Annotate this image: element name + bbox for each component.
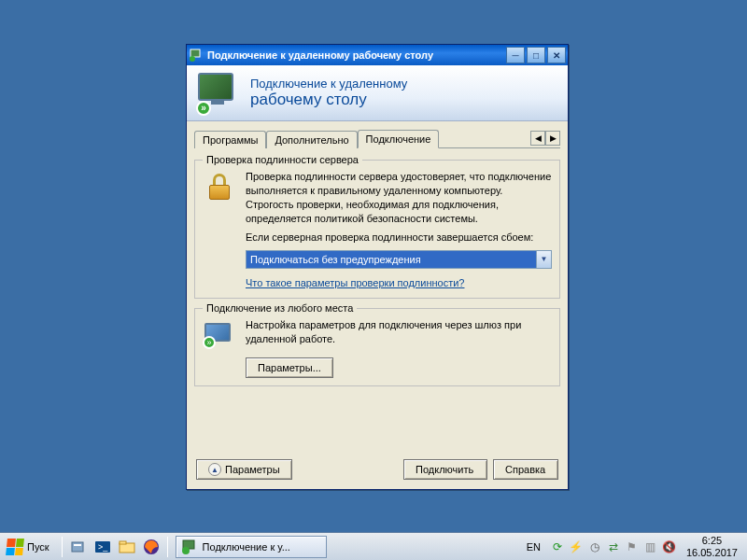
gateway-settings-button[interactable]: Параметры... bbox=[246, 357, 333, 378]
tray-flag-icon[interactable]: ⚑ bbox=[625, 539, 640, 554]
system-tray: EN ⟳ ⚡ ◷ ⇄ ⚑ ▥ 🔇 6:25 16.05.2017 bbox=[523, 535, 745, 557]
tab-advanced[interactable]: Дополнительно bbox=[266, 131, 357, 148]
banner-line2: рабочему столу bbox=[250, 91, 407, 109]
tray-clock-icon[interactable]: ◷ bbox=[587, 539, 602, 554]
tray-volume-icon[interactable]: 🔇 bbox=[662, 539, 677, 554]
rdp-icon: » bbox=[198, 73, 239, 114]
tab-scroll-right[interactable]: ▶ bbox=[545, 131, 560, 146]
tray-warning-icon[interactable]: ⚡ bbox=[569, 539, 584, 554]
auth-prompt: Если серверная проверка подлинности заве… bbox=[246, 231, 552, 245]
language-indicator[interactable]: EN bbox=[523, 541, 544, 553]
tab-programs[interactable]: Программы bbox=[194, 131, 266, 148]
tab-scroll-left[interactable]: ◀ bbox=[530, 131, 545, 146]
close-button[interactable]: ✕ bbox=[547, 47, 566, 63]
chevron-up-icon: ▲ bbox=[208, 463, 221, 476]
banner: » Подключение к удаленному рабочему стол… bbox=[187, 65, 568, 121]
windows-logo-icon bbox=[6, 539, 24, 555]
auth-groupbox: Проверка подлинности сервера Проверка по… bbox=[194, 160, 560, 299]
svg-rect-0 bbox=[190, 49, 200, 57]
gateway-icon: » bbox=[203, 318, 236, 352]
anywhere-groupbox: Подключение из любого места » Настройка … bbox=[194, 308, 560, 386]
ql-explorer-icon[interactable] bbox=[115, 536, 139, 558]
svg-point-10 bbox=[182, 547, 190, 554]
tray-network-icon[interactable]: ⇄ bbox=[606, 539, 621, 554]
svg-point-1 bbox=[190, 56, 195, 62]
help-button[interactable]: Справка bbox=[493, 459, 558, 480]
rdp-window: Подключение к удаленному рабочему столу … bbox=[186, 44, 569, 490]
maximize-button[interactable]: □ bbox=[527, 47, 545, 63]
clock[interactable]: 6:25 16.05.2017 bbox=[683, 535, 741, 557]
svg-rect-7 bbox=[120, 541, 126, 544]
lock-icon bbox=[203, 170, 236, 203]
window-title: Подключение к удаленному рабочему столу bbox=[207, 49, 504, 61]
ql-firefox-icon[interactable] bbox=[139, 536, 163, 558]
start-label: Пуск bbox=[27, 541, 49, 553]
auth-legend: Проверка подлинности сервера bbox=[203, 154, 362, 165]
task-label: Подключение к у... bbox=[203, 541, 290, 553]
options-label: Параметры bbox=[225, 464, 280, 475]
options-toggle-button[interactable]: ▲ Параметры bbox=[196, 459, 292, 480]
anywhere-description: Настройка параметров для подключения чер… bbox=[246, 318, 552, 346]
clock-date: 16.05.2017 bbox=[686, 547, 738, 558]
tray-refresh-icon[interactable]: ⟳ bbox=[550, 539, 565, 554]
dialog-buttons: ▲ Параметры Подключить Справка bbox=[196, 459, 558, 480]
svg-rect-2 bbox=[72, 542, 83, 552]
banner-line1: Подключение к удаленному bbox=[250, 77, 407, 91]
chevron-down-icon[interactable]: ▼ bbox=[536, 251, 551, 268]
app-icon bbox=[189, 48, 204, 63]
tray-action-icon[interactable]: ▥ bbox=[643, 539, 658, 554]
auth-help-link[interactable]: Что такое параметры проверки подлинности… bbox=[246, 276, 464, 290]
connect-button[interactable]: Подключить bbox=[403, 459, 487, 480]
taskbar: Пуск >_ Подключение к у... EN ⟳ ⚡ ◷ ⇄ ⚑ … bbox=[0, 532, 747, 560]
tab-connection[interactable]: Подключение bbox=[358, 130, 440, 148]
tabstrip: Программы Дополнительно Подключение ◀ ▶ bbox=[194, 129, 560, 148]
start-button[interactable]: Пуск bbox=[2, 536, 58, 558]
svg-text:>_: >_ bbox=[98, 542, 108, 552]
clock-time: 6:25 bbox=[686, 535, 738, 546]
banner-text: Подключение к удаленному рабочему столу bbox=[250, 77, 407, 109]
tab-panel: Проверка подлинности сервера Проверка по… bbox=[194, 148, 560, 403]
separator bbox=[167, 537, 168, 557]
svg-rect-3 bbox=[74, 544, 81, 546]
ql-powershell-icon[interactable]: >_ bbox=[91, 536, 115, 558]
combo-selected: Подключаться без предупреждения bbox=[247, 251, 536, 268]
separator bbox=[62, 537, 63, 557]
auth-failure-combo[interactable]: Подключаться без предупреждения ▼ bbox=[246, 250, 552, 269]
auth-description: Проверка подлинности сервера удостоверяе… bbox=[246, 170, 552, 225]
minimize-button[interactable]: ─ bbox=[506, 47, 525, 63]
titlebar[interactable]: Подключение к удаленному рабочему столу … bbox=[187, 45, 568, 65]
anywhere-legend: Подключение из любого места bbox=[203, 302, 357, 314]
ql-server-manager-icon[interactable] bbox=[66, 536, 91, 558]
taskbar-task-rdp[interactable]: Подключение к у... bbox=[176, 536, 327, 558]
